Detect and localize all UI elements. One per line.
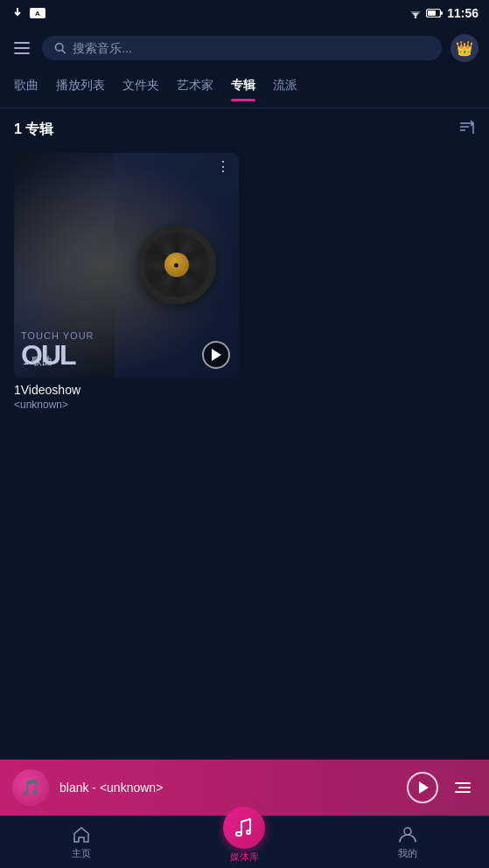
sort-icon [458,119,475,136]
content-area: 1 专辑 TOUCH YOUR [0,108,489,421]
album-name: 1Videoshow [14,383,239,397]
album-grid: TOUCH YOUR OUL ⋮ [14,153,475,411]
search-bar[interactable] [42,36,442,60]
vinyl-center-dot [174,263,178,267]
battery-icon [426,8,444,18]
nav-profile-label: 我的 [398,847,417,860]
vinyl-record [137,226,216,304]
home-icon [71,824,92,845]
now-playing-play-button[interactable] [407,772,438,803]
play-button[interactable] [202,341,230,369]
svg-marker-2 [414,15,417,17]
nav-home[interactable]: 主页 [0,819,163,865]
queue-icon [455,782,471,793]
svg-point-14 [404,828,411,835]
music-note-icon [234,817,255,838]
wifi-icon [409,8,423,18]
status-bar: A 11:56 [0,0,489,26]
tab-folders[interactable]: 文件夹 [122,78,159,101]
menu-button[interactable] [10,38,33,58]
search-input[interactable] [73,41,430,55]
crown-button[interactable]: 👑 [451,34,479,62]
nav-profile[interactable]: 我的 [326,819,489,865]
bottom-nav: 主页 媒体库 我的 [0,816,489,868]
status-time: 11:56 [447,6,479,20]
top-bar: 👑 [0,26,489,70]
section-title: 1 专辑 [14,121,53,139]
album-card[interactable]: TOUCH YOUR OUL ⋮ [14,153,239,411]
now-playing-info: blank - <unknown> [59,781,396,795]
vinyl-background: TOUCH YOUR OUL [14,153,239,378]
status-right-icons: 11:56 [409,6,479,20]
svg-rect-5 [441,11,443,15]
svg-point-3 [415,17,416,18]
tab-songs[interactable]: 歌曲 [14,78,38,101]
tab-artists[interactable]: 艺术家 [177,78,213,101]
svg-rect-6 [428,10,436,16]
now-playing-queue-button[interactable] [449,774,477,802]
soul-main-text: OUL [21,341,108,369]
nav-library[interactable]: 媒体库 [163,816,325,868]
soul-text-group: TOUCH YOUR OUL [21,330,108,369]
svg-point-13 [247,830,250,834]
vinyl-center [164,253,189,277]
tiktok-icon [10,6,24,20]
tab-albums[interactable]: 专辑 [231,78,255,101]
search-icon [54,42,66,54]
album-artist: <unknown> [14,399,239,411]
svg-line-8 [62,50,65,52]
app-icon: A [30,8,45,18]
tabs-bar: 歌曲 播放列表 文件夹 艺术家 专辑 流派 [0,70,489,108]
tab-playlists[interactable]: 播放列表 [56,78,105,101]
section-header: 1 专辑 [14,119,475,141]
library-center-button[interactable] [223,807,265,849]
nav-home-label: 主页 [72,847,91,860]
profile-icon [397,824,418,845]
status-left-icons: A [10,6,45,20]
sort-button[interactable] [458,119,475,141]
album-thumbnail: TOUCH YOUR OUL ⋮ [14,153,239,378]
vinyl-left-panel: TOUCH YOUR OUL [14,153,115,378]
now-playing-avatar: 🎵 [12,769,49,806]
nav-library-label: 媒体库 [230,851,259,864]
tab-genres[interactable]: 流派 [273,78,297,101]
more-button[interactable]: ⋮ [216,160,232,174]
